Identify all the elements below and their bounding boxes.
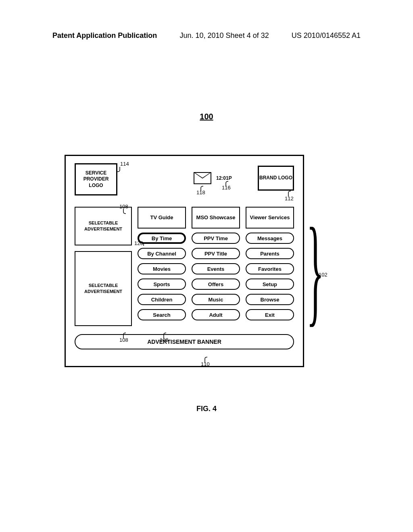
menu-column-mso-showcase: MSO Showcase PPV Time PPV Title Events O…	[192, 207, 240, 326]
menu-item-events[interactable]: Events	[192, 263, 240, 274]
curly-brace-102: }	[307, 210, 324, 330]
menu-item-setup[interactable]: Setup	[246, 278, 294, 290]
ref-hook-112	[287, 190, 291, 197]
figure-label: FIG. 4	[196, 405, 217, 413]
ads-column: SELECTABLE ADVERTISEMENT SELECTABLE ADVE…	[75, 207, 132, 326]
column-header-mso-showcase: MSO Showcase	[192, 207, 240, 229]
ref-hook-106	[162, 332, 166, 339]
brand-logo: BRAND LOGO	[258, 166, 294, 191]
publication-title: Patent Application Publication	[52, 31, 157, 40]
ref-hook-108a	[122, 209, 126, 214]
mail-icon[interactable]	[194, 172, 211, 184]
sheet-info: Jun. 10, 2010 Sheet 4 of 32	[180, 31, 269, 40]
menu-item-parents[interactable]: Parents	[246, 248, 294, 259]
page-header: Patent Application Publication Jun. 10, …	[0, 31, 413, 40]
advertisement-banner[interactable]: ADVERTISEMENT BANNER	[75, 334, 294, 349]
menu-column-tv-guide: TV Guide By Time By Channel Movies Sport…	[138, 207, 186, 326]
menu-item-browse[interactable]: Browse	[246, 294, 294, 305]
menu-item-offers[interactable]: Offers	[192, 278, 240, 290]
ref-hook-118	[199, 185, 203, 191]
top-row: SERVICE PROVIDER LOGO 12:01P BRAND LOGO	[75, 163, 294, 195]
selectable-ad-bottom[interactable]: SELECTABLE ADVERTISEMENT	[75, 251, 132, 326]
ref-hook-110	[203, 356, 207, 363]
menu-item-ppv-time[interactable]: PPV Time	[192, 233, 240, 244]
column-header-viewer-services: Viewer Services	[246, 207, 294, 229]
menu-item-favorites[interactable]: Favorites	[246, 263, 294, 274]
tv-guide-screen: SERVICE PROVIDER LOGO 12:01P BRAND LOGO …	[65, 155, 304, 367]
publication-number: US 2010/0146552 A1	[292, 31, 361, 40]
menu-item-exit[interactable]: Exit	[246, 309, 294, 320]
clock-display: 12:01P	[216, 175, 232, 181]
ref-hook-116	[224, 181, 228, 186]
ref-hook-108b	[122, 332, 126, 339]
menu-item-search[interactable]: Search	[138, 309, 186, 320]
menu-column-viewer-services: Viewer Services Messages Parents Favorit…	[246, 207, 294, 326]
main-menu-row: SELECTABLE ADVERTISEMENT SELECTABLE ADVE…	[75, 207, 294, 326]
ref-hook-114	[117, 167, 122, 172]
menu-item-movies[interactable]: Movies	[138, 263, 186, 274]
menu-item-ppv-title[interactable]: PPV Title	[192, 248, 240, 259]
ref-hook-120	[141, 242, 146, 247]
menu-item-sports[interactable]: Sports	[138, 278, 186, 290]
menu-item-messages[interactable]: Messages	[246, 233, 294, 244]
ref-114: 114	[120, 161, 129, 167]
menu-item-music[interactable]: Music	[192, 294, 240, 305]
menu-item-adult[interactable]: Adult	[192, 309, 240, 320]
menu-item-children[interactable]: Children	[138, 294, 186, 305]
column-header-tv-guide: TV Guide	[138, 207, 186, 229]
figure-reference-100: 100	[200, 112, 213, 121]
service-provider-logo: SERVICE PROVIDER LOGO	[75, 163, 117, 195]
menu-item-by-channel[interactable]: By Channel	[138, 248, 186, 259]
